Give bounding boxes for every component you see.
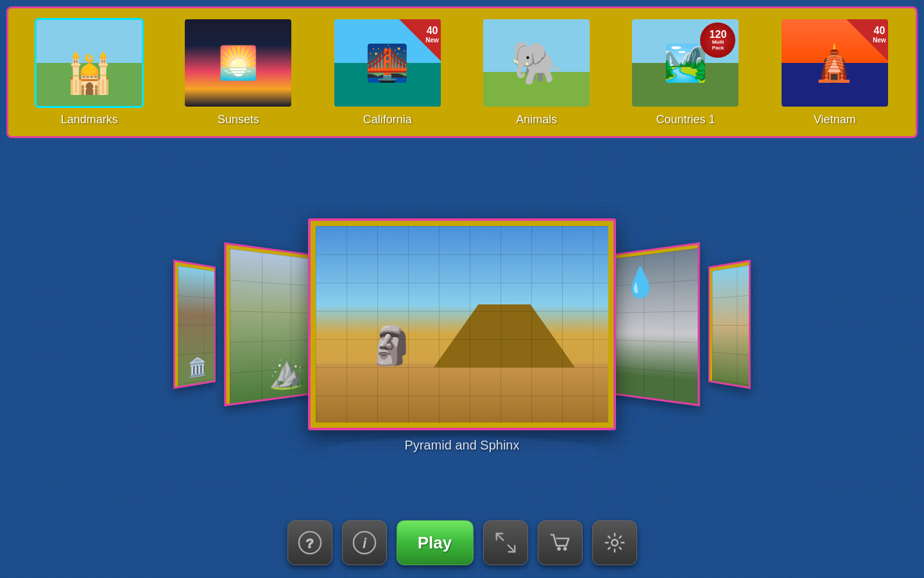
puzzle-card-right-small[interactable] (708, 259, 751, 389)
badge-text-california: 40 New (425, 24, 439, 44)
mountains-icon: ⛰️ (269, 352, 305, 392)
sky (316, 226, 608, 304)
category-thumb-california: 40 New (333, 18, 442, 108)
badge-number-countries: 120 (710, 30, 727, 40)
category-item-california[interactable]: 40 New California (316, 18, 459, 127)
category-label-california: California (363, 113, 412, 127)
puzzle-thumb-right-small (712, 265, 749, 387)
category-label-vietnam: Vietnam (814, 113, 856, 127)
badge-text-countries: MultiPack (712, 40, 724, 51)
help-button[interactable]: ? (287, 520, 332, 565)
badge-text-vietnam: 40 New (873, 24, 886, 44)
shrink-button[interactable] (483, 520, 528, 565)
puzzle-thumb-colosseum: 🏛️ (178, 266, 215, 387)
info-button[interactable]: i (342, 520, 387, 565)
settings-icon (603, 530, 627, 555)
thumb-img-animals (483, 19, 590, 107)
play-button[interactable]: Play (397, 520, 474, 565)
play-button-label: Play (418, 533, 452, 553)
puzzle-reflection (323, 437, 601, 466)
category-label-animals: Animals (516, 113, 557, 127)
category-thumb-landmarks (35, 18, 144, 108)
category-item-sunsets[interactable]: Sunsets (167, 18, 309, 127)
cart-icon (548, 530, 572, 555)
category-bar: Landmarks Sunsets 40 New California Anim… (6, 6, 918, 138)
puzzle-image-main: 🗿 (316, 226, 608, 423)
sphinx-icon: 🗿 (368, 324, 415, 367)
info-icon: i (352, 530, 377, 555)
category-item-vietnam[interactable]: 40 New Vietnam (764, 18, 906, 127)
cart-button[interactable] (538, 520, 583, 565)
svg-point-8 (612, 539, 618, 546)
thumb-img-landmarks (37, 20, 142, 106)
svg-point-7 (563, 547, 567, 550)
category-label-countries: Countries 1 (656, 113, 715, 127)
shrink-icon (493, 530, 518, 555)
help-icon: ? (298, 530, 322, 555)
sand-ground (316, 363, 608, 423)
colosseum-icon: 🏛️ (188, 356, 206, 379)
svg-line-5 (508, 545, 514, 552)
puzzle-card-left-small[interactable]: 🏛️ (173, 259, 216, 389)
puzzle-grid-right-small (712, 265, 749, 387)
category-thumb-vietnam: 40 New (780, 18, 889, 108)
category-label-sunsets: Sunsets (218, 113, 259, 127)
svg-line-4 (496, 534, 502, 540)
category-item-landmarks[interactable]: Landmarks (18, 18, 160, 127)
thumb-img-sunsets (185, 19, 291, 107)
svg-point-6 (557, 547, 560, 550)
category-label-landmarks: Landmarks (61, 113, 118, 127)
waterfall-icon: 💧 (624, 263, 657, 300)
pyramid-scene: 🗿 (316, 226, 608, 423)
category-thumb-countries: 120 MultiPack (631, 18, 740, 108)
puzzle-area: 🏛️ ⛰️ 🗿 Pyramid and S (0, 148, 924, 501)
puzzle-frame-main: 🗿 (308, 218, 616, 430)
category-thumb-sunsets (184, 18, 293, 108)
bottom-toolbar: ? i Play (0, 520, 924, 565)
category-item-animals[interactable]: Animals (465, 18, 608, 127)
category-item-countries[interactable]: 120 MultiPack Countries 1 (614, 18, 757, 127)
center-puzzle[interactable]: 🗿 Pyramid and Sphinx (308, 218, 616, 430)
settings-button[interactable] (592, 520, 637, 565)
svg-text:i: i (363, 536, 366, 550)
svg-text:?: ? (305, 536, 314, 550)
category-thumb-animals (482, 18, 591, 108)
